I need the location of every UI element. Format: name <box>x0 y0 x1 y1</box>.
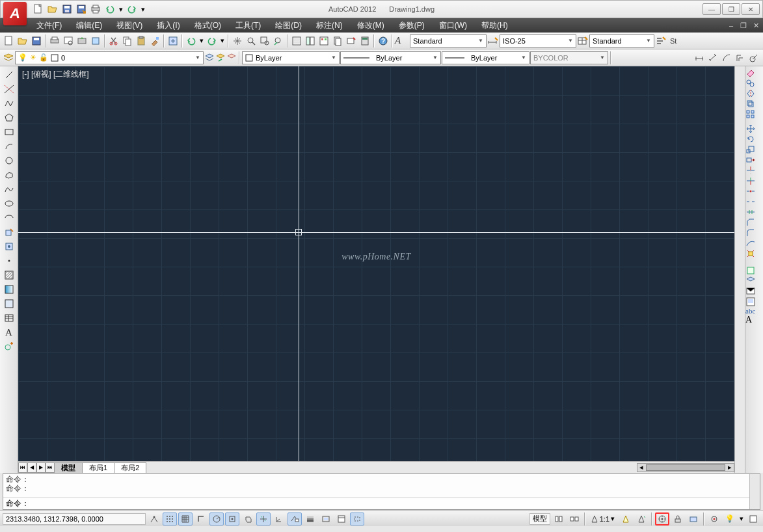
infer-icon[interactable] <box>147 512 161 525</box>
join-icon[interactable] <box>745 207 763 217</box>
line-icon[interactable] <box>1 68 17 82</box>
undo-dropdown-icon[interactable]: ▾ <box>198 34 205 47</box>
qat-new-icon[interactable] <box>32 3 45 16</box>
lock-ui-icon[interactable] <box>671 512 685 525</box>
scale-icon[interactable] <box>745 144 763 155</box>
redo-dropdown-icon[interactable]: ▾ <box>219 34 226 47</box>
open-icon[interactable] <box>16 34 29 47</box>
menu-tools[interactable]: 工具(T) <box>229 18 267 33</box>
lwt-icon[interactable] <box>303 512 317 525</box>
tablestyle-icon[interactable] <box>577 36 589 46</box>
3ddwf-icon[interactable] <box>89 34 102 47</box>
3dosnap-icon[interactable] <box>241 512 255 525</box>
menu-insert[interactable]: 插入(I) <box>150 18 186 33</box>
hardware-accel-icon[interactable] <box>686 512 701 525</box>
ortho-icon[interactable] <box>194 512 208 525</box>
move-icon[interactable] <box>745 124 763 134</box>
break-icon[interactable] <box>745 196 763 207</box>
menu-view[interactable]: 视图(V) <box>110 18 149 33</box>
array-icon[interactable] <box>745 109 763 120</box>
redo-icon[interactable] <box>206 34 219 47</box>
dim-aligned-icon[interactable] <box>706 51 719 64</box>
dim-style-combo[interactable]: ISO-25▼ <box>500 34 576 47</box>
annoscale-icon[interactable]: 1:1▾ <box>588 512 617 525</box>
vscroll[interactable] <box>734 66 745 473</box>
space-label-button[interactable]: 模型 <box>529 513 550 525</box>
qat-redo-dropdown-icon[interactable]: ▾ <box>140 3 146 16</box>
drawing-area[interactable]: [-] [俯视] [二维线框] www.pHome.NET <box>18 66 734 461</box>
hscroll-thumb[interactable] <box>646 464 725 471</box>
linetype-combo[interactable]: ByLayer▼ <box>340 51 441 64</box>
toolpalette-icon[interactable] <box>317 34 330 47</box>
tab-next-icon[interactable]: ▶ <box>36 462 46 473</box>
dim-ordinate-icon[interactable] <box>734 51 747 64</box>
menu-edit[interactable]: 编辑(E) <box>70 18 109 33</box>
tab-layout1[interactable]: 布局1 <box>82 462 114 473</box>
qp-icon[interactable] <box>334 512 349 525</box>
designcenter-icon[interactable] <box>304 34 317 47</box>
copyobj-icon[interactable] <box>745 78 763 88</box>
viewport-label[interactable]: [-] [俯视] [二维线框] <box>22 69 89 80</box>
workspace-switch-icon[interactable] <box>655 512 669 525</box>
maximize-button[interactable]: ❐ <box>722 3 740 15</box>
otrack-icon[interactable] <box>256 512 271 525</box>
hscroll-right-icon[interactable]: ▸ <box>726 463 734 472</box>
layerstate-icon[interactable] <box>745 276 763 286</box>
viewmgr-icon[interactable] <box>745 286 763 297</box>
publish-icon[interactable] <box>75 34 88 47</box>
gradient-icon[interactable] <box>1 282 17 297</box>
doc-close-button[interactable]: ✕ <box>750 20 762 31</box>
paste-icon[interactable] <box>135 34 148 47</box>
command-input[interactable] <box>29 499 757 509</box>
menu-file[interactable]: 文件(F) <box>30 18 68 33</box>
minimize-button[interactable]: — <box>703 3 721 15</box>
annoauto-icon[interactable] <box>634 512 649 525</box>
erase-icon[interactable] <box>745 68 763 78</box>
qat-undo-dropdown-icon[interactable]: ▾ <box>118 3 124 16</box>
rotate-icon[interactable] <box>745 134 763 144</box>
ellipse-icon[interactable] <box>1 196 17 211</box>
markup-icon[interactable] <box>345 34 358 47</box>
tpy-icon[interactable] <box>319 512 333 525</box>
extend-icon[interactable] <box>745 176 763 186</box>
layer-states-icon[interactable] <box>204 53 215 63</box>
drawing-quickview-icon[interactable] <box>567 512 582 525</box>
qat-plot-icon[interactable] <box>89 3 102 16</box>
menu-dim[interactable]: 标注(N) <box>310 18 349 33</box>
menu-draw[interactable]: 绘图(D) <box>269 18 308 33</box>
hscroll-track[interactable]: ◂ ▸ <box>637 463 734 472</box>
dim-arc-icon[interactable] <box>720 51 733 64</box>
text-icon[interactable]: A <box>1 325 17 339</box>
trim-icon[interactable] <box>745 165 763 176</box>
blockedit-icon[interactable] <box>167 34 180 47</box>
table-icon[interactable] <box>1 311 17 325</box>
zoom-icon[interactable] <box>245 34 258 47</box>
help-icon[interactable]: ? <box>377 34 390 47</box>
tab-model[interactable]: 模型 <box>54 462 83 473</box>
cut-icon[interactable] <box>107 34 120 47</box>
zoom-prev-icon[interactable] <box>272 34 285 47</box>
color-combo[interactable]: ByLayer▼ <box>242 51 340 64</box>
tab-last-icon[interactable]: ⏭ <box>46 462 55 473</box>
polygon-icon[interactable] <box>1 111 17 125</box>
ellipsearc-icon[interactable] <box>1 211 17 225</box>
lineweight-combo[interactable]: ByLayer▼ <box>442 51 529 64</box>
table-style-combo[interactable]: Standard▼ <box>589 34 654 47</box>
isolate-icon[interactable] <box>707 512 721 525</box>
offset-icon[interactable] <box>745 99 763 109</box>
doc-restore-button[interactable]: ❐ <box>738 20 749 31</box>
layer-combo[interactable]: 💡 ☀ 🔓 0 ▼ <box>15 51 204 64</box>
textfield-icon[interactable]: abc <box>745 307 763 315</box>
hatch-icon[interactable] <box>1 268 17 282</box>
layer-prev-icon[interactable] <box>215 53 226 63</box>
addselected-icon[interactable] <box>1 339 17 354</box>
explode-icon[interactable] <box>745 248 763 259</box>
tab-layout2[interactable]: 布局2 <box>114 462 146 473</box>
calc-icon[interactable] <box>358 34 371 47</box>
rectangle-icon[interactable] <box>1 125 17 139</box>
breakpoint-icon[interactable] <box>745 186 763 196</box>
zoom-window-icon[interactable] <box>258 34 271 47</box>
new-icon[interactable] <box>3 34 16 47</box>
snap-icon[interactable] <box>163 512 177 525</box>
match-icon[interactable] <box>148 34 161 47</box>
